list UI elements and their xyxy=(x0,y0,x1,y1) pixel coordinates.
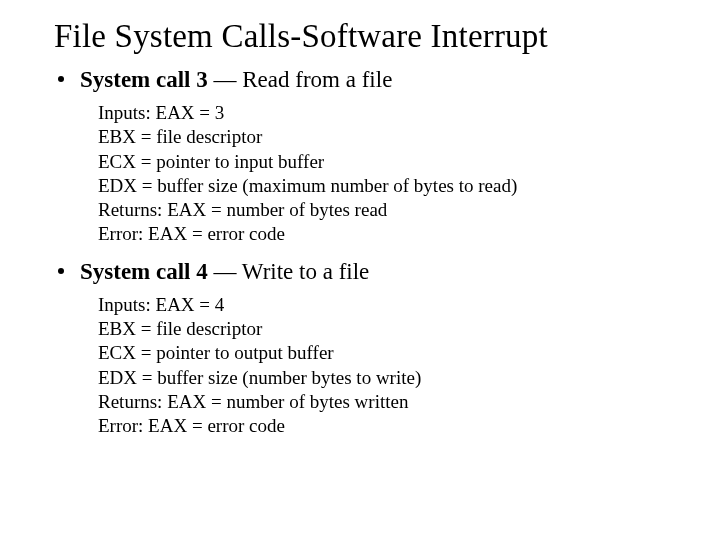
detail-line: Returns: EAX = number of bytes read xyxy=(98,198,680,222)
detail-line: Error: EAX = error code xyxy=(98,414,680,438)
detail-line: ECX = pointer to input buffer xyxy=(98,150,680,174)
item-details: Inputs: EAX = 3 EBX = file descriptor EC… xyxy=(98,101,680,247)
detail-line: Inputs: EAX = 3 xyxy=(98,101,680,125)
detail-line: EBX = file descriptor xyxy=(98,317,680,341)
detail-line: Inputs: EAX = 4 xyxy=(98,293,680,317)
item-heading-rest: — Write to a file xyxy=(208,259,370,284)
list-item: System call 3 — Read from a file xyxy=(50,65,680,95)
detail-line: ECX = pointer to output buffer xyxy=(98,341,680,365)
slide: File System Calls-Software Interrupt Sys… xyxy=(0,0,720,540)
item-heading-bold: System call 4 xyxy=(80,259,208,284)
item-heading-bold: System call 3 xyxy=(80,67,208,92)
detail-line: EDX = buffer size (maximum number of byt… xyxy=(98,174,680,198)
slide-title: File System Calls-Software Interrupt xyxy=(54,18,680,55)
detail-line: EBX = file descriptor xyxy=(98,125,680,149)
item-heading-rest: — Read from a file xyxy=(208,67,393,92)
item-details: Inputs: EAX = 4 EBX = file descriptor EC… xyxy=(98,293,680,439)
detail-line: Error: EAX = error code xyxy=(98,222,680,246)
list-item: System call 4 — Write to a file xyxy=(50,257,680,287)
detail-line: Returns: EAX = number of bytes written xyxy=(98,390,680,414)
content-list: System call 3 — Read from a file Inputs:… xyxy=(40,65,680,439)
detail-line: EDX = buffer size (number bytes to write… xyxy=(98,366,680,390)
